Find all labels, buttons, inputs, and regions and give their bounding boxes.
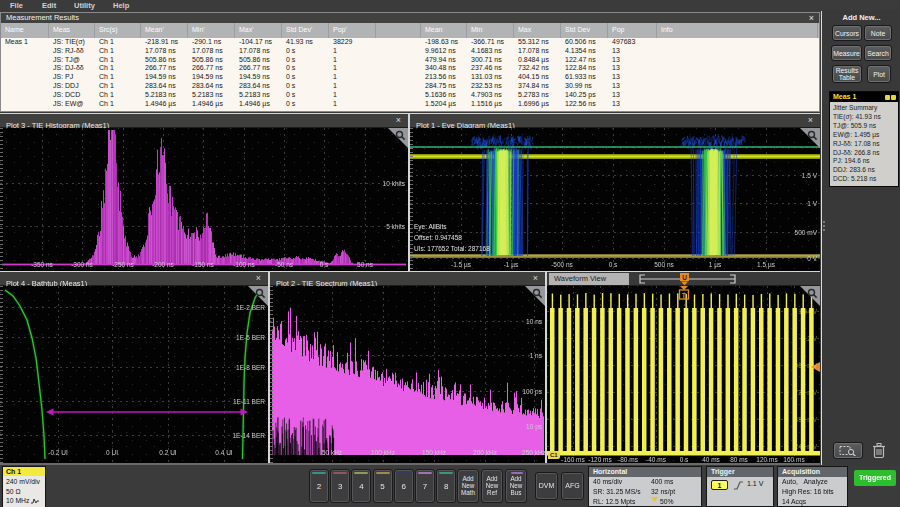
channel-4-button[interactable]: 4 xyxy=(351,469,371,503)
plot1-left-ticks xyxy=(410,128,413,271)
dvm-button[interactable]: DVM xyxy=(535,472,558,500)
col-header: Std Dev xyxy=(561,23,608,38)
bathtub-plot[interactable]: -0.2 UI0 UI0.2 UI0.4 UI1E-2 BER1E-5 BER1… xyxy=(0,286,268,463)
trash-button[interactable] xyxy=(871,442,891,460)
channel-2-button[interactable]: 2 xyxy=(309,469,329,503)
channel-8-button[interactable]: 8 xyxy=(436,469,456,503)
cell: 1.6996 µs xyxy=(514,100,561,109)
table-row[interactable]: JS: RJ-δδCh 117.078 ns17.078 ns17.078 ns… xyxy=(1,47,819,56)
table-row[interactable]: JS: DCDCh 15.2183 ns5.2183 ns5.2183 ns0 … xyxy=(1,91,819,100)
cell: 0 s xyxy=(282,100,329,109)
sidebar-search-button[interactable]: Search xyxy=(864,45,892,61)
cell: JS: PJ xyxy=(49,73,95,82)
sidebar-results-table-button[interactable]: ResultsTable xyxy=(832,65,862,83)
sidebar-drag-handle[interactable] xyxy=(823,221,825,233)
plot3-close-icon[interactable]: × xyxy=(396,115,401,125)
cell: 17.078 ns xyxy=(235,47,282,56)
table-row[interactable]: Meas 1JS: TIE(σ)Ch 1-218.91 ns-290.1 ns-… xyxy=(1,38,819,47)
c1-waveform-badge[interactable]: C1 xyxy=(548,451,560,459)
cell xyxy=(376,73,421,82)
cell: 41.93 ns xyxy=(282,38,329,47)
tie-spectrum-plot[interactable]: 50 kHz100 kHz150 kHz200 kHz250 kHz10 ns1… xyxy=(270,286,545,463)
cell xyxy=(657,73,818,82)
acquisition-panel[interactable]: Acquisition Auto, Analyze High Res: 16 b… xyxy=(777,466,848,507)
waveform-view-tab[interactable]: Waveform View xyxy=(549,273,629,285)
zoom-mode-button[interactable] xyxy=(833,442,863,459)
waveform-canvas[interactable] xyxy=(547,286,820,463)
plot2-close-icon[interactable]: × xyxy=(533,273,538,283)
x-axis-label: 0 s xyxy=(680,456,689,463)
x-axis-label: -100 ns xyxy=(233,261,255,268)
menu-help[interactable]: Help xyxy=(113,1,129,10)
channel-7-button[interactable]: 7 xyxy=(415,469,435,503)
cell: 4.1683 ns xyxy=(467,47,514,56)
cell xyxy=(1,100,49,109)
table-row[interactable]: JS: PJCh 1194.59 ns194.59 ns194.59 ns0 s… xyxy=(1,73,819,82)
separator xyxy=(0,271,820,272)
close-results-icon[interactable]: × xyxy=(809,13,814,23)
cell: 732.42 ns xyxy=(514,64,561,73)
meas1-badge[interactable]: Meas 1 Jitter SummaryTIE(σ): 41.93 nsTJ@… xyxy=(829,91,899,187)
meas1-summary-line: TIE(σ): 41.93 ns xyxy=(833,113,898,122)
eye-diagram-plot[interactable]: -1.5 µs-1 µs-500 ns0 s500 ns1 µs1.5 µs1.… xyxy=(410,128,820,271)
add-new-math-button[interactable]: AddNewMath xyxy=(457,469,479,503)
tie-spectrum-canvas[interactable] xyxy=(270,286,545,463)
col-header: Min' xyxy=(188,23,235,38)
cell: -366.71 ns xyxy=(467,38,514,47)
trigger-panel[interactable]: Trigger 1 1.1 V xyxy=(706,466,774,507)
channel-5-button[interactable]: 5 xyxy=(373,469,393,503)
table-row[interactable]: JS: DDJCh 1283.64 ns283.64 ns283.64 ns0 … xyxy=(1,82,819,91)
cell: 194.59 ns xyxy=(141,73,188,82)
afg-button[interactable]: AFG xyxy=(561,472,584,500)
waveform-view-plot[interactable]: T C1 -160 ms-120 ms-80 ms-40 ms0 s40 ms8… xyxy=(547,286,820,463)
acquisition-highres: High Res: 16 bits xyxy=(782,487,834,497)
menu-utility[interactable]: Utility xyxy=(74,1,95,10)
meas1-summary-line: RJ-δδ: 17.08 ns xyxy=(833,140,898,149)
plot2-titlebar: Plot 2 - TIE Spectrum (Meas1) × xyxy=(270,272,545,286)
cell xyxy=(376,91,421,100)
ch1-badge[interactable]: Ch 1 240 mV/div50 Ω10 MHz xyxy=(2,466,46,507)
plot2-left-ticks xyxy=(270,286,273,463)
waveform-overview-bracket[interactable]: U xyxy=(637,272,747,286)
horizontal-position: 50% xyxy=(660,497,674,507)
cell: 131.03 ns xyxy=(467,73,514,82)
tie-histogram-canvas[interactable] xyxy=(0,128,408,271)
plot1-close-icon[interactable]: × xyxy=(808,115,813,125)
menu-edit[interactable]: Edit xyxy=(42,1,56,10)
channel-6-button[interactable]: 6 xyxy=(394,469,414,503)
table-row[interactable]: JS: EW@Ch 11.4946 µs1.4946 µs1.4946 µs0 … xyxy=(1,100,819,109)
right-sidebar: Add New... Meas 1 Jitter SummaryTIE(σ): … xyxy=(821,11,900,465)
cell: 30.99 ns xyxy=(561,82,608,91)
x-axis-label: -80 ms xyxy=(618,456,638,463)
tie-histogram-plot[interactable]: -350 ns-300 ns-250 ns-200 ns-150 ns-100 … xyxy=(0,128,408,271)
plot4-close-icon[interactable]: × xyxy=(256,273,261,283)
cell: Ch 1 xyxy=(95,56,141,65)
cell: 13 xyxy=(608,91,657,100)
sidebar-measure-button[interactable]: Measure xyxy=(831,45,862,61)
table-row[interactable]: JS: DJ-δδCh 1266.77 ns266.77 ns266.77 ns… xyxy=(1,64,819,73)
cell: 1.4946 µs xyxy=(141,100,188,109)
y-axis-label: 1E-2 BER xyxy=(236,304,265,311)
sidebar-plot-button[interactable]: Plot xyxy=(867,65,891,83)
channel-3-button[interactable]: 3 xyxy=(330,469,350,503)
add-new-bus-button[interactable]: AddNewBus xyxy=(505,469,527,503)
channel-number: 6 xyxy=(395,482,413,491)
cell: 5.2183 ns xyxy=(141,91,188,100)
measurement-results-title: Measurement Results xyxy=(6,13,79,22)
x-axis-label: -300 ns xyxy=(71,261,93,268)
x-axis-label: 150 kHz xyxy=(422,449,446,456)
menu-file[interactable]: File xyxy=(10,1,23,10)
cell: 1 xyxy=(329,64,376,73)
add-new-ref-button[interactable]: AddNewRef xyxy=(481,469,503,503)
horizontal-panel[interactable]: Horizontal 40 ms/div400 ms SR: 31.25 MS/… xyxy=(588,466,702,507)
cell xyxy=(657,38,818,47)
bathtub-canvas[interactable] xyxy=(0,286,268,463)
x-axis-label: 0 s xyxy=(320,261,329,268)
y-axis-label: 1.44 V xyxy=(798,308,817,315)
x-axis-label: -0.2 UI xyxy=(48,449,68,456)
sidebar-cursors-button[interactable]: Cursors xyxy=(832,25,862,41)
table-row[interactable]: JS: TJ@Ch 1505.86 ns505.86 ns505.86 ns0 … xyxy=(1,56,819,65)
sidebar-note-button[interactable]: Note xyxy=(864,25,892,41)
trigger-position-icon[interactable]: T xyxy=(676,286,692,301)
cell: 194.59 ns xyxy=(188,73,235,82)
